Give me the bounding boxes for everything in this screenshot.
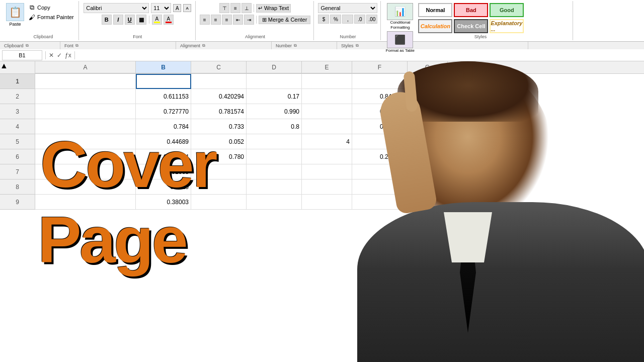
cell-a5[interactable]: [35, 134, 136, 149]
cell-c6[interactable]: 0.780: [191, 149, 247, 164]
insert-function-button[interactable]: ƒx: [65, 52, 71, 59]
border-button[interactable]: ▦: [136, 15, 146, 25]
cell-g6[interactable]: 0.: [408, 149, 448, 164]
copy-button[interactable]: ⧉ Copy: [26, 3, 75, 12]
cell-e4[interactable]: [302, 119, 352, 134]
cell-c4[interactable]: 0.733: [191, 119, 247, 134]
font-size-decrease-button[interactable]: A: [183, 4, 191, 12]
cell-f4[interactable]: 0.557093: [352, 119, 408, 134]
row-header-3[interactable]: 3: [0, 104, 35, 119]
italic-button[interactable]: I: [113, 15, 123, 25]
col-header-a[interactable]: A: [35, 61, 136, 73]
col-header-e[interactable]: E: [302, 61, 352, 73]
cell-d3[interactable]: 0.990: [247, 104, 302, 119]
cell-b6[interactable]: 0.039714: [136, 149, 191, 164]
row-header-9[interactable]: 9: [0, 195, 35, 210]
cell-c7[interactable]: [191, 164, 247, 179]
row-header-7[interactable]: 7: [0, 164, 35, 179]
row-header-2[interactable]: 2: [0, 89, 35, 104]
styles-expand-icon[interactable]: ⧉: [356, 43, 359, 48]
cell-b5[interactable]: 0.44689: [136, 134, 191, 149]
cell-f3[interactable]: 0.003888: [352, 104, 408, 119]
cell-f2[interactable]: 0.845632: [352, 89, 408, 104]
cell-b7[interactable]: 0.192963: [136, 164, 191, 179]
comma-button[interactable]: ,: [342, 15, 353, 24]
number-expand-icon[interactable]: ⧉: [294, 43, 297, 48]
clipboard-expand-icon[interactable]: ⧉: [26, 43, 29, 48]
cell-d8[interactable]: [247, 179, 302, 195]
confirm-formula-button[interactable]: ✓: [57, 52, 62, 59]
cell-d9[interactable]: [247, 195, 302, 210]
font-color-button[interactable]: A: [164, 15, 174, 25]
cell-e8[interactable]: [302, 179, 352, 195]
cell-e1[interactable]: [302, 74, 352, 89]
col-header-f[interactable]: F: [352, 61, 408, 73]
cell-a1[interactable]: [35, 74, 136, 89]
style-bad[interactable]: Bad: [454, 3, 488, 17]
row-header-8[interactable]: 8: [0, 179, 35, 195]
style-check-cell[interactable]: Check Cell: [454, 19, 488, 33]
cell-g5[interactable]: 0.: [408, 134, 448, 149]
cell-f9[interactable]: [352, 195, 408, 210]
cell-d1[interactable]: [247, 74, 302, 89]
underline-button[interactable]: U: [125, 15, 135, 25]
style-normal[interactable]: Normal: [418, 3, 452, 17]
align-left-button[interactable]: ≡: [200, 15, 210, 25]
font-expand-icon[interactable]: ⧉: [75, 43, 78, 48]
increase-indent-button[interactable]: ⇥: [244, 15, 254, 25]
cell-c8[interactable]: [191, 179, 247, 195]
cell-g7[interactable]: 0.: [408, 164, 448, 179]
cell-e2[interactable]: [302, 89, 352, 104]
number-format-select[interactable]: General Number Currency: [318, 3, 377, 13]
font-size-increase-button[interactable]: A: [173, 4, 181, 12]
conditional-formatting-button[interactable]: 📊 Conditional Formatting: [385, 3, 415, 30]
font-size-select[interactable]: 11 12 14: [151, 3, 171, 13]
cell-a6[interactable]: [35, 149, 136, 164]
cell-g1[interactable]: [408, 74, 448, 89]
align-middle-button[interactable]: ≡: [230, 3, 240, 13]
col-header-d[interactable]: D: [247, 61, 302, 73]
align-center-button[interactable]: ≡: [211, 15, 221, 25]
style-calculation[interactable]: Calculation: [418, 19, 452, 33]
increase-decimal-button[interactable]: .00: [366, 15, 377, 24]
col-header-b[interactable]: B: [136, 61, 191, 73]
cell-b1[interactable]: [136, 74, 191, 89]
cell-g9[interactable]: [408, 195, 448, 210]
cancel-formula-button[interactable]: ✕: [49, 52, 54, 59]
cell-f8[interactable]: [352, 179, 408, 195]
cell-ref-box[interactable]: [2, 50, 42, 60]
align-right-button[interactable]: ≡: [222, 15, 232, 25]
formula-input[interactable]: [78, 50, 642, 60]
cell-f6[interactable]: 0.204254: [352, 149, 408, 164]
cell-e5[interactable]: 4: [302, 134, 352, 149]
decrease-indent-button[interactable]: ⇤: [233, 15, 243, 25]
alignment-expand-icon[interactable]: ⧉: [202, 43, 205, 48]
cell-c9[interactable]: [191, 195, 247, 210]
style-good[interactable]: Good: [490, 3, 524, 17]
row-header-5[interactable]: 5: [0, 134, 35, 149]
cell-e7[interactable]: [302, 164, 352, 179]
cell-d6[interactable]: [247, 149, 302, 164]
bold-button[interactable]: B: [102, 15, 112, 25]
cell-a9[interactable]: [35, 195, 136, 210]
cell-d5[interactable]: [247, 134, 302, 149]
cell-a4[interactable]: [35, 119, 136, 134]
cell-c2[interactable]: 0.420294: [191, 89, 247, 104]
cell-g3[interactable]: 0.: [408, 104, 448, 119]
cell-f1[interactable]: [352, 74, 408, 89]
cell-e9[interactable]: [302, 195, 352, 210]
align-top-button[interactable]: ⊤: [219, 3, 229, 13]
cell-a8[interactable]: [35, 179, 136, 195]
cell-e3[interactable]: [302, 104, 352, 119]
paste-button[interactable]: 📋 Paste: [5, 3, 25, 27]
merge-center-button[interactable]: ⊞ Merge & Center: [259, 16, 311, 24]
style-explanatory[interactable]: Explanatory ...: [490, 19, 524, 33]
cell-d7[interactable]: [247, 164, 302, 179]
cell-g2[interactable]: 0.: [408, 89, 448, 104]
align-bottom-button[interactable]: ⊥: [242, 3, 252, 13]
cell-f7[interactable]: [352, 164, 408, 179]
cell-g8[interactable]: [408, 179, 448, 195]
cell-b9[interactable]: 0.38003: [136, 195, 191, 210]
cell-g4[interactable]: 0.: [408, 119, 448, 134]
font-name-select[interactable]: Calibri Arial: [84, 3, 149, 13]
